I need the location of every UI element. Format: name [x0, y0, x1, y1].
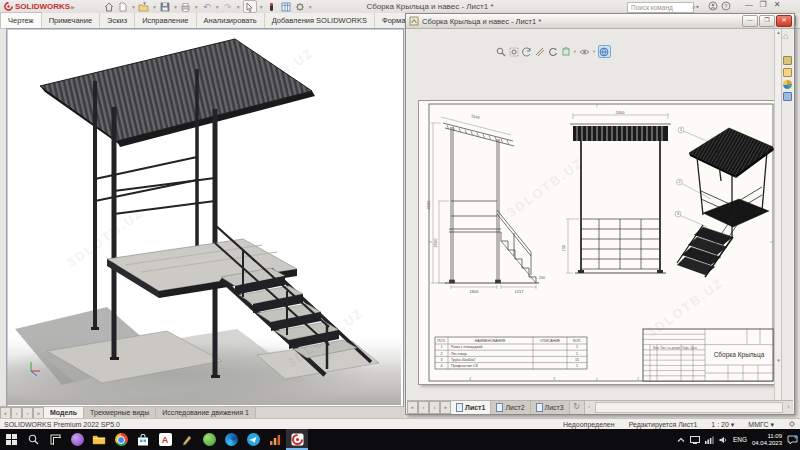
redo-icon[interactable]: ↷	[222, 1, 234, 12]
rebuild-icon[interactable]: ↻	[570, 401, 584, 414]
sheet-scroll-first[interactable]: «	[407, 401, 418, 414]
save-icon[interactable]	[159, 1, 171, 12]
open-dropdown[interactable]: ▼	[152, 4, 157, 10]
undo-dropdown[interactable]: ▼	[215, 4, 220, 10]
microsoft-store-icon[interactable]	[132, 429, 154, 450]
hscroll-right-arrow[interactable]: ›	[784, 401, 793, 414]
tab-sketch[interactable]: Эскиз	[100, 13, 135, 28]
drawing-window-titlebar[interactable]: Сборка Крыльца и навес - Лист1 * — ❐ ✕	[406, 14, 794, 29]
tab-sheet3[interactable]: Лист3	[531, 401, 570, 414]
units-select[interactable]: ММГС ▾	[748, 421, 774, 429]
sheet-icon	[536, 403, 543, 412]
view-dropdown[interactable]: ▼	[573, 49, 577, 54]
app-media-icon[interactable]	[66, 429, 88, 450]
task-scheduler-icon[interactable]	[280, 1, 292, 12]
tab-annotation[interactable]: Примечание	[42, 13, 100, 28]
language-indicator[interactable]: ENG	[733, 436, 747, 443]
drawing-minimize-button[interactable]: —	[742, 15, 758, 27]
model-viewport-3d[interactable]	[6, 28, 404, 408]
sheet-icon	[496, 403, 503, 412]
svg-text:1546: 1546	[470, 113, 481, 120]
view-side-elevation: 4500 2500 1800 1217 200 1546	[426, 113, 545, 294]
svg-text:Профнастил С8: Профнастил С8	[451, 364, 478, 368]
svg-text:Рама с площадкой: Рама с площадкой	[451, 345, 482, 349]
hide-show-icon[interactable]	[579, 46, 590, 57]
task-view-icon[interactable]	[44, 429, 66, 450]
home-icon[interactable]	[103, 1, 115, 12]
redo-dropdown[interactable]: ▼	[236, 4, 241, 10]
sheet-scroll-last[interactable]: »	[440, 401, 451, 414]
view-front-elevation: 2400 150	[561, 110, 671, 274]
edge-icon[interactable]	[220, 429, 242, 450]
close-button[interactable]: ✕	[770, 0, 784, 9]
file-explorer-icon[interactable]	[783, 68, 792, 77]
print-icon[interactable]	[180, 1, 192, 12]
network-signal-icon[interactable]	[705, 436, 714, 444]
custom-properties-icon[interactable]	[783, 92, 792, 101]
view-settings-globe-icon[interactable]	[598, 45, 611, 58]
svg-text:Лестница: Лестница	[451, 352, 467, 356]
autocad-icon[interactable]: A	[154, 429, 176, 450]
new-document-icon[interactable]	[117, 1, 129, 12]
task-pane-strip: ⌂	[781, 29, 793, 400]
app-green-icon[interactable]	[198, 429, 220, 450]
drawing-close-button[interactable]: ✕	[776, 15, 792, 27]
tab-evaluate[interactable]: Анализировать	[197, 13, 265, 28]
sheet-scroll-next[interactable]: ›	[429, 401, 440, 414]
tab-sheet1[interactable]: Лист1	[451, 401, 491, 414]
paint-tool-icon[interactable]	[176, 429, 198, 450]
command-search-input[interactable]: Поиск команд	[627, 2, 694, 13]
tab-addins[interactable]: Добавления SOLIDWORKS	[265, 13, 375, 28]
tab-revision[interactable]: Исправление	[135, 13, 196, 28]
notification-center-icon[interactable]	[787, 435, 798, 445]
resources-home-icon[interactable]: ⌂	[783, 32, 792, 41]
solidworks-taskbar-icon[interactable]	[286, 429, 308, 450]
rotate-view-icon[interactable]	[547, 46, 558, 57]
help-icon[interactable]: ?	[721, 1, 731, 11]
display-icon[interactable]	[690, 436, 700, 444]
design-library-icon[interactable]	[783, 56, 792, 65]
taskbar-search-icon[interactable]	[22, 429, 44, 450]
restore-button[interactable]: ❐	[756, 0, 770, 9]
hide-show-dropdown[interactable]: ▼	[592, 49, 596, 54]
horizontal-scrollbar[interactable]: ‹ ›	[584, 401, 793, 414]
minimize-button[interactable]: —	[742, 0, 756, 9]
undo-icon[interactable]: ↶	[201, 1, 213, 12]
open-icon[interactable]	[138, 1, 150, 12]
tab-sheet2[interactable]: Лист2	[491, 401, 530, 414]
file-explorer-taskbar-icon[interactable]	[88, 429, 110, 450]
drawing-restore-button[interactable]: ❐	[759, 15, 775, 27]
volume-icon[interactable]	[719, 436, 728, 444]
select-dropdown[interactable]: ▼	[259, 4, 264, 10]
zoom-area-icon[interactable]	[508, 46, 519, 57]
drawing-viewport[interactable]: ▼ ▼ 4 3 2 1	[407, 29, 774, 400]
start-button[interactable]	[0, 429, 22, 450]
drawing-sheet[interactable]: 4 3 2 1	[418, 100, 774, 385]
tab-drawing[interactable]: Чертеж	[0, 12, 42, 28]
analytics-app-icon[interactable]	[264, 429, 286, 450]
taskbar-clock[interactable]: 11:09 04.04.2023	[752, 433, 782, 447]
status-options-gear-icon[interactable]	[788, 420, 796, 429]
sheet-scale-select[interactable]: 1 : 20 ▾	[711, 421, 734, 429]
print-dropdown[interactable]: ▼	[194, 4, 199, 10]
tray-chevron-icon[interactable]	[677, 437, 685, 443]
menu-expand-arrow[interactable]: ▶	[71, 4, 75, 10]
telegram-icon[interactable]	[242, 429, 264, 450]
chrome-icon[interactable]	[110, 429, 132, 450]
search-magnifier-icon[interactable]: ⌕▾	[692, 3, 699, 11]
previous-view-icon[interactable]	[521, 46, 532, 57]
svg-text:4: 4	[469, 376, 472, 381]
svg-text:4: 4	[441, 364, 443, 368]
zoom-fit-icon[interactable]	[495, 46, 506, 57]
select-tool-icon[interactable]	[243, 0, 257, 13]
save-dropdown[interactable]: ▼	[173, 4, 178, 10]
appearances-icon[interactable]	[783, 80, 792, 89]
sheet-scroll-prev[interactable]: ‹	[418, 401, 429, 414]
hscroll-left-arrow[interactable]: ‹	[585, 401, 594, 414]
3d-drawing-view-icon[interactable]	[560, 46, 571, 57]
new-dropdown[interactable]: ▼	[131, 4, 136, 10]
section-view-icon[interactable]	[534, 46, 545, 57]
svg-text:2: 2	[637, 376, 640, 381]
user-account-icon[interactable]	[708, 1, 718, 11]
xpress-products-icon[interactable]	[266, 1, 278, 12]
